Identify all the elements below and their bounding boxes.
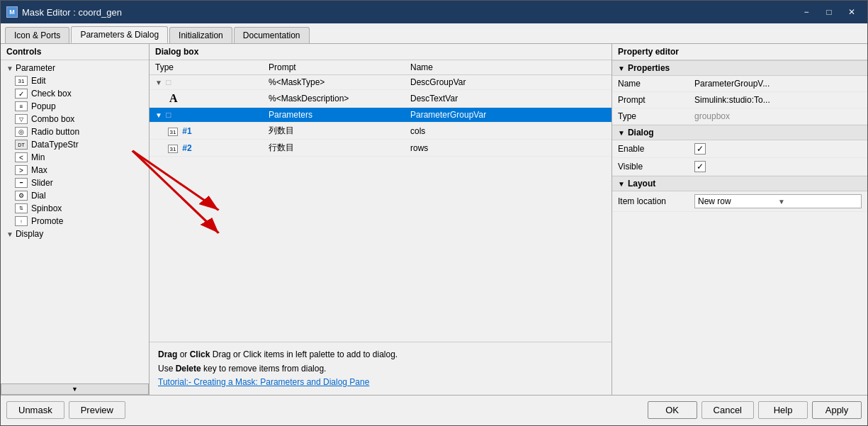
edit-row-icon: 31	[168, 128, 178, 136]
help-button[interactable]: Help	[758, 401, 808, 419]
layout-collapse-icon[interactable]: ▼	[618, 180, 625, 188]
tab-documentation[interactable]: Documentation	[234, 27, 310, 43]
max-icon: >	[15, 165, 28, 175]
scroll-down-btn[interactable]: ▼	[1, 383, 149, 395]
layout-section-title: ▼ Layout	[612, 176, 867, 191]
control-item-promote[interactable]: ↑ Promote	[1, 215, 149, 228]
enable-checkbox[interactable]: ✓	[694, 143, 706, 155]
col-name: Name	[405, 60, 611, 75]
table-row[interactable]: 31 #2 行数目 rows	[150, 140, 611, 157]
spinbox-icon: ⇅	[15, 203, 28, 213]
name-label: Name	[618, 79, 689, 89]
checkbox-ctrl-icon: ✓	[15, 89, 28, 99]
bottom-bar: Unmask Preview OK Cancel Help Apply	[1, 395, 867, 425]
controls-header: Controls	[1, 44, 149, 60]
item-location-dropdown[interactable]: New row ▼	[694, 194, 862, 208]
datatype-icon: DT	[15, 140, 28, 150]
dial-icon: ⚙	[15, 191, 28, 201]
folder-icon: □	[166, 77, 171, 87]
control-item-datatypestr[interactable]: DT DataTypeStr	[1, 138, 149, 151]
popup-icon: ≡	[15, 101, 28, 111]
properties-collapse-icon[interactable]: ▼	[618, 65, 625, 72]
param-expand-icon[interactable]: ▼	[6, 65, 13, 72]
control-item-dial[interactable]: ⚙ Dial	[1, 189, 149, 202]
display-expand-icon[interactable]: ▼	[6, 230, 13, 238]
cancel-button[interactable]: Cancel	[701, 401, 754, 419]
enable-label: Enable	[618, 144, 689, 154]
combobox-icon: ▽	[15, 114, 28, 124]
control-item-edit[interactable]: 31 Edit	[1, 74, 149, 87]
prop-row-type: Type groupbox	[612, 108, 867, 125]
control-item-slider[interactable]: ━ Slider	[1, 176, 149, 189]
tab-icon-ports[interactable]: Icon & Ports	[5, 27, 69, 43]
dialog-box-header: Dialog box	[150, 44, 611, 60]
right-panel: Property editor ▼ Properties Name Parame…	[612, 44, 867, 395]
control-item-checkbox[interactable]: ✓ Check box	[1, 87, 149, 100]
table-row[interactable]: 31 #1 列数目 cols	[150, 123, 611, 140]
app-window: M Mask Editor : coord_gen − □ ✕ Icon & P…	[0, 0, 868, 426]
prop-row-item-location: Item location New row ▼	[612, 191, 867, 212]
item-location-label: Item location	[618, 196, 689, 206]
prop-row-prompt: Prompt Simulink:studio:To...	[612, 92, 867, 108]
visible-label: Visible	[618, 162, 689, 172]
groupbox-icon: □	[166, 110, 171, 120]
dialog-section-title: ▼ Dialog	[612, 125, 867, 140]
text-indent: A	[155, 92, 178, 105]
tabs-bar: Icon & Ports Parameters & Dialog Initial…	[1, 23, 867, 44]
tab-parameters-dialog[interactable]: Parameters & Dialog	[71, 26, 168, 43]
control-item-popup[interactable]: ≡ Popup	[1, 100, 149, 113]
prompt-label: Prompt	[618, 95, 689, 105]
prop-row-name: Name ParameterGroupV...	[612, 76, 867, 92]
left-panel: Controls ▼ Parameter 31 Edit ✓ Check box…	[1, 44, 150, 395]
middle-panel: Dialog box Type Prompt Name	[150, 44, 612, 395]
name-value: ParameterGroupV...	[694, 79, 862, 89]
dialog-info: Drag or Click Drag or Click items in lef…	[150, 342, 611, 395]
title-bar: M Mask Editor : coord_gen − □ ✕	[1, 1, 867, 23]
item-location-value: New row	[698, 196, 778, 206]
apply-button[interactable]: Apply	[812, 401, 862, 419]
dialog-collapse-icon[interactable]: ▼	[618, 129, 625, 137]
control-item-radiobutton[interactable]: ◎ Radio button	[1, 125, 149, 138]
table-row[interactable]: ▼ □ %<MaskType> DescGroupVar	[150, 75, 611, 90]
parameter-section: ▼ Parameter	[1, 62, 149, 74]
radio-icon: ◎	[15, 127, 28, 137]
control-item-min[interactable]: < Min	[1, 151, 149, 164]
control-item-max[interactable]: > Max	[1, 164, 149, 176]
edit-row2-icon: 31	[168, 145, 178, 153]
restore-button[interactable]: □	[819, 4, 839, 20]
control-item-spinbox[interactable]: ⇅ Spinbox	[1, 202, 149, 215]
tree-expand-icon: ▼	[155, 79, 162, 86]
main-content: Controls ▼ Parameter 31 Edit ✓ Check box…	[1, 44, 867, 395]
tutorial-link[interactable]: Tutorial:- Creating a Mask: Parameters a…	[158, 377, 369, 387]
col-type: Type	[150, 60, 263, 75]
tab-initialization[interactable]: Initialization	[169, 27, 232, 43]
property-editor-header: Property editor	[612, 44, 867, 60]
type-value: groupbox	[694, 111, 862, 121]
type-label: Type	[618, 111, 689, 121]
prop-row-visible: Visible ✓	[612, 158, 867, 176]
min-icon: <	[15, 152, 28, 162]
control-item-combobox[interactable]: ▽ Combo box	[1, 113, 149, 125]
table-row[interactable]: A %<MaskDescription> DescTextVar	[150, 90, 611, 108]
unmask-button[interactable]: Unmask	[6, 401, 64, 419]
prompt-value: Simulink:studio:To...	[694, 95, 862, 105]
col-prompt: Prompt	[263, 60, 405, 75]
slider-icon: ━	[15, 178, 28, 188]
minimize-button[interactable]: −	[796, 4, 816, 20]
properties-section-title: ▼ Properties	[612, 60, 867, 76]
edit-icon: 31	[15, 76, 28, 86]
groupbox-expand-icon: ▼	[155, 111, 162, 119]
prop-row-enable: Enable ✓	[612, 140, 867, 158]
dropdown-arrow-icon: ▼	[778, 198, 858, 206]
table-row[interactable]: ▼ □ Parameters ParameterGroupVar	[150, 108, 611, 123]
visible-checkbox[interactable]: ✓	[694, 161, 706, 172]
app-icon: M	[6, 6, 18, 18]
close-button[interactable]: ✕	[842, 4, 862, 20]
ok-button[interactable]: OK	[648, 401, 697, 419]
display-section: ▼ Display	[1, 228, 149, 240]
window-title: Mask Editor : coord_gen	[22, 7, 122, 18]
preview-button[interactable]: Preview	[69, 401, 125, 419]
promote-icon: ↑	[15, 216, 28, 226]
